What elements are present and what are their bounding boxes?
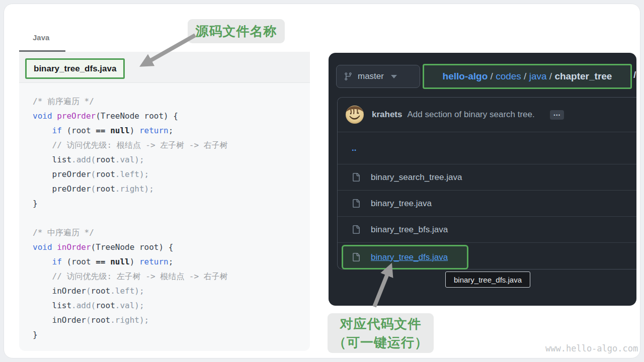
file-icon bbox=[352, 225, 360, 234]
file-row[interactable]: binary_tree.java bbox=[338, 191, 636, 217]
branch-name: master bbox=[358, 71, 384, 81]
breadcrumb-repo-link[interactable]: hello-algo bbox=[443, 71, 488, 82]
breadcrumb-current-dir: chapter_tree bbox=[554, 71, 612, 82]
code-block: /* 前序遍历 */void preOrder(TreeNode root) {… bbox=[33, 94, 310, 342]
tooltip-text: binary_tree_dfs.java bbox=[454, 276, 522, 284]
code-line: void inOrder(TreeNode root) { bbox=[33, 240, 310, 254]
highlighted-file-link[interactable]: binary_tree_dfs.java bbox=[371, 252, 448, 262]
commit-message[interactable]: Add section of binary search tree. bbox=[407, 110, 534, 120]
commit-author[interactable]: krahets bbox=[372, 110, 402, 120]
editor-titlebar: binary_tree_dfs.java bbox=[19, 52, 310, 83]
commit-kebab-button[interactable]: … bbox=[550, 110, 564, 120]
annotation-text: 对应代码文件 bbox=[340, 315, 422, 333]
breadcrumb-codes-link[interactable]: codes bbox=[496, 71, 521, 82]
file-row[interactable]: binary_tree_bfs.java bbox=[338, 217, 636, 243]
code-line: list.add(root.val); bbox=[33, 152, 310, 167]
file-table: krahets Add section of binary search tre… bbox=[337, 97, 636, 269]
parent-directory-link: .. bbox=[352, 143, 356, 153]
code-line: // 访问优先级: 根结点 -> 左子树 -> 右子树 bbox=[33, 138, 310, 152]
watermark: www.hello-algo.com bbox=[545, 343, 638, 353]
annotation-text: （可一键运行） bbox=[333, 333, 428, 352]
code-line: preOrder(root.right); bbox=[33, 182, 310, 196]
highlighted-file-box[interactable]: binary_tree_dfs.java bbox=[342, 245, 468, 269]
annotation-text: 源码文件名称 bbox=[196, 22, 277, 41]
file-name[interactable]: binary_tree.java bbox=[371, 199, 432, 209]
code-line bbox=[33, 211, 310, 225]
breadcrumb-separator: / bbox=[488, 71, 496, 82]
parent-directory-row[interactable]: .. bbox=[338, 132, 636, 164]
branch-selector-button[interactable]: master bbox=[336, 65, 420, 88]
figure-card: Java binary_tree_dfs.java /* 前序遍历 */void… bbox=[4, 4, 640, 358]
filename-tooltip: binary_tree_dfs.java bbox=[445, 272, 530, 288]
breadcrumb-separator: / bbox=[521, 71, 529, 82]
breadcrumb-trailing-slash: / bbox=[633, 69, 636, 80]
file-name[interactable]: binary_tree_bfs.java bbox=[371, 225, 448, 235]
code-line: // 访问优先级: 左子树 -> 根结点 -> 右子树 bbox=[33, 269, 310, 284]
code-line: inOrder(root.left); bbox=[33, 284, 310, 298]
annotation-code-file: 对应代码文件 （可一键运行） bbox=[328, 313, 434, 353]
repo-browser-panel: master hello-algo / codes / java / chapt… bbox=[329, 53, 636, 306]
code-panel: /* 前序遍历 */void preOrder(TreeNode root) {… bbox=[19, 83, 310, 351]
file-icon bbox=[352, 173, 360, 182]
file-name[interactable]: binary_search_tree.java bbox=[371, 172, 462, 183]
tab-java[interactable]: Java bbox=[33, 33, 49, 42]
code-line: } bbox=[33, 327, 310, 342]
source-filename-box: binary_tree_dfs.java bbox=[25, 58, 125, 79]
code-line: preOrder(root.left); bbox=[33, 167, 310, 182]
code-line: void preOrder(TreeNode root) { bbox=[33, 109, 310, 123]
file-row-highlighted[interactable]: binary_tree_dfs.java bbox=[338, 243, 636, 270]
latest-commit-row: krahets Add section of binary search tre… bbox=[338, 98, 636, 132]
chevron-down-icon bbox=[391, 75, 397, 78]
source-filename: binary_tree_dfs.java bbox=[34, 64, 116, 74]
breadcrumb: hello-algo / codes / java / chapter_tree bbox=[423, 64, 632, 89]
code-line: if (root == null) return; bbox=[33, 123, 310, 138]
code-line: /* 前序遍历 */ bbox=[33, 94, 310, 109]
code-line: inOrder(root.right); bbox=[33, 313, 310, 327]
breadcrumb-java-link[interactable]: java bbox=[529, 71, 547, 82]
avatar[interactable] bbox=[346, 106, 364, 124]
breadcrumb-separator: / bbox=[547, 71, 555, 82]
code-line: } bbox=[33, 196, 310, 211]
git-branch-icon bbox=[344, 72, 353, 81]
file-icon bbox=[352, 199, 360, 208]
code-line: /* 中序遍历 */ bbox=[33, 225, 310, 240]
file-icon bbox=[352, 253, 360, 261]
file-row[interactable]: binary_search_tree.java bbox=[338, 164, 636, 191]
annotation-source-filename: 源码文件名称 bbox=[188, 19, 285, 43]
code-line: if (root == null) return; bbox=[33, 254, 310, 269]
code-line: list.add(root.val); bbox=[33, 298, 310, 313]
